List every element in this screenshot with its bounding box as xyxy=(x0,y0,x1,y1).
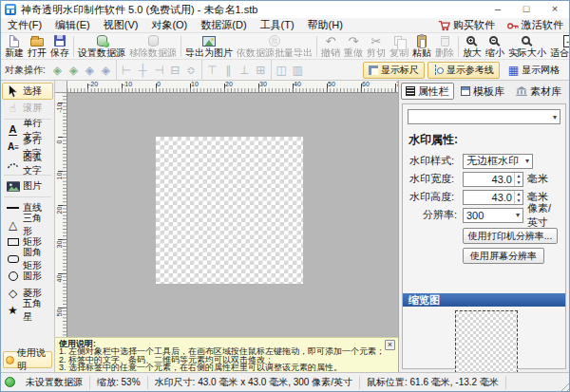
tool-select[interactable]: 选择 xyxy=(2,83,53,100)
tab-material-library[interactable]: 素材库 xyxy=(511,83,566,100)
batch-export-button[interactable]: 批 依数据源批量导出 xyxy=(235,34,314,59)
remove-datasource-button[interactable]: 移除数据源 xyxy=(127,34,179,59)
copy-button[interactable]: 复制 xyxy=(388,34,410,59)
set-datasource-button[interactable]: 设置数据源 xyxy=(76,34,127,59)
object-ops-label: 对象操作: xyxy=(5,64,46,77)
same-size-icon[interactable]: ≎ xyxy=(183,63,200,78)
align-top-icon[interactable]: ⊤ xyxy=(204,63,220,78)
menu-tools[interactable]: 工具(T) xyxy=(254,18,301,32)
save-button[interactable]: 保存 xyxy=(48,34,71,59)
thumbnail-header: 缩览图 xyxy=(403,293,565,307)
paste-button[interactable]: 粘贴 xyxy=(410,34,433,59)
send-backward-icon[interactable]: ◈ xyxy=(98,63,114,78)
toolbar-separator xyxy=(201,60,202,81)
tool-triangle[interactable]: △ 三角形 xyxy=(2,216,53,233)
zoom-out-button[interactable]: 缩小 xyxy=(484,34,506,59)
canvas-area[interactable]: -20 -10 0 10 20 30 40 50 60 70 -10 0 10 … xyxy=(55,81,398,372)
tool-pan[interactable]: ☝ 滚屏 xyxy=(2,100,53,117)
maximize-button[interactable]: □ xyxy=(512,1,541,18)
actual-size-button[interactable]: 实际大小 xyxy=(506,34,548,59)
tool-picture[interactable]: 图片 xyxy=(2,177,53,195)
menu-view[interactable]: 视图(V) xyxy=(97,18,145,32)
template-icon xyxy=(461,86,470,96)
spin-down-icon[interactable]: ▼ xyxy=(515,179,522,186)
open-button[interactable]: 打开 xyxy=(26,34,48,59)
align-bottom-icon[interactable]: ⊥ xyxy=(237,63,253,78)
toolbar-separator xyxy=(180,36,181,57)
watermark-width-stepper[interactable]: 43.0 ▲ ▼ xyxy=(463,172,523,187)
use-printer-resolution-button[interactable]: 使用打印机分辨率... xyxy=(463,228,558,244)
star-icon: ★ xyxy=(8,305,18,316)
align-middle-icon[interactable]: ∥ xyxy=(220,63,237,78)
instructions-title: 使用说明: xyxy=(59,340,394,347)
tool-sidebar: 选择 ☝ 滚屏 A 单行文字 A≡ 多行文字 圆弧文字 图片 xyxy=(1,81,55,372)
resolution-unit: 像素/英寸 xyxy=(527,201,560,230)
fit-width-button[interactable]: ↔ 适合宽度 xyxy=(548,34,570,59)
cart-icon xyxy=(438,20,450,31)
watermark-style-select[interactable]: 无边框水印 ▾ xyxy=(463,154,533,169)
use-screen-resolution-button[interactable]: 使用屏幕分辨率 xyxy=(463,248,544,264)
menu-file[interactable]: 文件(F) xyxy=(1,18,48,32)
resize-grip[interactable] xyxy=(558,380,569,391)
menu-edit[interactable]: 编辑(E) xyxy=(48,18,97,32)
watermark-canvas[interactable] xyxy=(156,137,303,284)
preset-select[interactable]: ▾ xyxy=(408,109,560,124)
remove-datasource-icon xyxy=(148,35,159,47)
export-image-icon xyxy=(202,36,216,47)
tool-star[interactable]: ★ 五角星 xyxy=(2,302,53,319)
spin-up-icon[interactable]: ▲ xyxy=(515,173,522,179)
instructions-line: 3. 选择标签中的任意一个元素，在右侧的属性栏里可以调整该元素的属性。 xyxy=(59,364,394,371)
distribute-v-icon[interactable]: ▥ xyxy=(290,63,306,78)
status-mouse-position: 鼠标位置: 61.6 毫米, -13.2 毫米 xyxy=(360,376,506,389)
cut-button[interactable]: ✂ 剪切 xyxy=(365,34,388,59)
tab-properties[interactable]: 属性栏 xyxy=(401,83,454,100)
activate-software-button[interactable]: 激活软件 xyxy=(506,18,563,32)
toolbar-separator xyxy=(316,36,317,57)
single-text-icon: A xyxy=(9,124,18,136)
export-image-button[interactable]: 导出为图片 xyxy=(183,34,235,59)
spin-up-icon[interactable]: ▲ xyxy=(515,191,522,197)
tool-arc-text[interactable]: 圆弧文字 xyxy=(2,156,53,173)
bring-to-front-icon[interactable]: ◈ xyxy=(49,63,66,78)
show-grid-button[interactable]: ▦ 显示网格 xyxy=(503,62,565,79)
menu-datasource[interactable]: 数据源(D) xyxy=(194,18,253,32)
watermark-height-stepper[interactable]: 43.0 ▲ ▼ xyxy=(463,190,523,205)
field-row-style: 水印样式: 无边框水印 ▾ xyxy=(403,152,565,170)
resolution-select[interactable]: 300 ▾ xyxy=(463,208,523,223)
undo-button[interactable]: ↶ 撤销 xyxy=(319,34,342,59)
width-label: 水印宽度: xyxy=(408,172,463,186)
show-ruler-button[interactable]: 显示标尺 xyxy=(363,62,425,79)
align-right-icon[interactable]: ⊣ xyxy=(151,63,167,78)
align-center-icon[interactable]: ┼ xyxy=(135,63,151,78)
save-icon xyxy=(54,35,66,47)
zoom-in-button[interactable]: 放大 xyxy=(461,34,484,59)
same-width-icon[interactable]: ⊟ xyxy=(167,63,183,78)
delete-button[interactable]: 删除 xyxy=(433,34,456,59)
zoom-in-icon xyxy=(466,36,475,45)
spin-down-icon[interactable]: ▼ xyxy=(515,197,522,204)
usage-help-button[interactable]: 使用说明 xyxy=(3,351,52,368)
redo-button[interactable]: ↷ 重做 xyxy=(342,34,365,59)
new-button[interactable]: 新建 xyxy=(3,34,26,59)
copy-icon xyxy=(394,36,402,46)
buy-software-button[interactable]: 购买软件 xyxy=(438,18,495,32)
menu-help[interactable]: 帮助(H) xyxy=(301,18,350,32)
align-left-icon[interactable]: ⊢ xyxy=(119,63,135,78)
instructions-close-button[interactable]: × xyxy=(385,340,395,350)
same-height-icon[interactable]: ⊞ xyxy=(253,63,269,78)
height-label: 水印高度: xyxy=(408,190,463,204)
bring-forward-icon[interactable]: ◈ xyxy=(82,63,98,78)
close-button[interactable]: × xyxy=(541,1,569,18)
menu-object[interactable]: 对象(O) xyxy=(144,18,194,32)
distribute-h-icon[interactable]: ◫ xyxy=(274,63,290,78)
minimize-button[interactable]: – xyxy=(484,1,512,18)
rectangle-icon xyxy=(8,238,19,246)
rounded-rectangle-icon xyxy=(8,255,19,263)
arc-text-icon xyxy=(7,159,20,169)
show-guides-button[interactable]: 显示参考线 xyxy=(428,62,500,79)
paste-icon xyxy=(417,35,427,47)
tab-template-library[interactable]: 模板库 xyxy=(456,83,509,100)
main-area: 选择 ☝ 滚屏 A 单行文字 A≡ 多行文字 圆弧文字 图片 xyxy=(1,81,569,372)
send-to-back-icon[interactable]: ◈ xyxy=(66,63,82,78)
tool-rounded-rectangle[interactable]: 圆角矩形 xyxy=(2,251,53,268)
